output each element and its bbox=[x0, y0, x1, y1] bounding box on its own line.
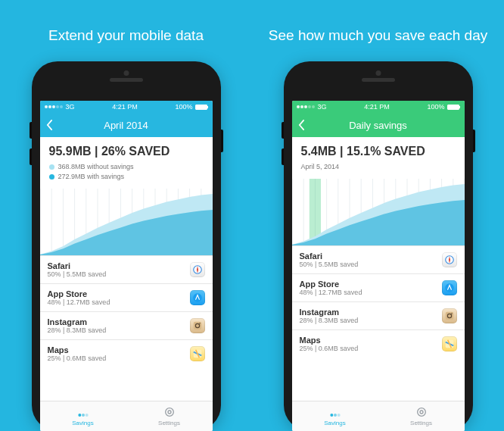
app-savings-sub: 28% | 8.3MB saved bbox=[300, 317, 359, 324]
instagram-icon bbox=[190, 318, 205, 333]
phone-power-button bbox=[221, 130, 223, 152]
appstore-icon bbox=[442, 280, 457, 295]
svg-point-26 bbox=[168, 411, 171, 414]
legend-without-label: 368.8MB without savings bbox=[58, 163, 134, 170]
tab-settings-label: Settings bbox=[158, 420, 180, 426]
legend-dot-icon bbox=[49, 164, 54, 170]
svg-point-24 bbox=[85, 414, 88, 417]
status-bar: 3G 4:21 PM 100% bbox=[40, 101, 213, 113]
app-name: Maps bbox=[300, 336, 359, 345]
app-row[interactable]: Safari50% | 5.5MB saved bbox=[292, 245, 465, 273]
app-name: Safari bbox=[48, 261, 107, 270]
panel-caption: Extend your mobile data bbox=[33, 18, 219, 54]
app-savings-sub: 48% | 12.7MB saved bbox=[300, 289, 362, 296]
svg-point-52 bbox=[337, 414, 340, 417]
phone-mockup: 3G 4:21 PM 100% Daily savings 5.4MB | 15… bbox=[284, 61, 473, 431]
app-savings-sub: 50% | 5.5MB saved bbox=[300, 261, 359, 268]
tab-savings-label: Savings bbox=[324, 420, 345, 426]
summary-headline: 95.9MB | 26% SAVED bbox=[49, 145, 204, 158]
svg-point-48 bbox=[451, 314, 453, 315]
app-list: Safari50% | 5.5MB savedApp Store48% | 12… bbox=[292, 245, 465, 358]
summary-headline: 5.4MB | 15.1% SAVED bbox=[301, 145, 456, 158]
phone-side-button bbox=[282, 122, 284, 139]
chevron-left-icon bbox=[298, 120, 305, 130]
clock-label: 4:21 PM bbox=[112, 103, 138, 111]
battery-icon bbox=[447, 105, 459, 110]
back-button[interactable] bbox=[46, 120, 53, 130]
status-bar: 3G 4:21 PM 100% bbox=[292, 101, 465, 113]
svg-point-54 bbox=[420, 411, 423, 414]
app-row[interactable]: Instagram28% | 8.3MB saved bbox=[40, 311, 213, 339]
svg-point-23 bbox=[82, 414, 85, 417]
svg-point-53 bbox=[417, 408, 425, 417]
tab-bar: Savings Settings bbox=[292, 401, 465, 431]
appstore-icon bbox=[190, 290, 205, 305]
chevron-left-icon bbox=[46, 120, 53, 130]
tab-settings[interactable]: Settings bbox=[378, 401, 465, 431]
app-savings-sub: 28% | 8.3MB saved bbox=[48, 326, 107, 334]
instagram-icon bbox=[442, 308, 457, 323]
tab-savings[interactable]: Savings bbox=[40, 401, 126, 431]
app-savings-sub: 48% | 12.7MB saved bbox=[48, 298, 110, 306]
app-row[interactable]: Maps25% | 0.6MB saved bbox=[292, 329, 465, 358]
gear-icon bbox=[415, 406, 428, 418]
tab-bar: Savings Settings bbox=[40, 401, 213, 431]
app-name: App Store bbox=[48, 289, 110, 298]
app-row[interactable]: Maps25% | 0.6MB saved bbox=[40, 339, 213, 367]
app-row[interactable]: Instagram28% | 8.3MB saved bbox=[292, 301, 465, 329]
phone-power-button bbox=[473, 130, 475, 152]
app-name: Maps bbox=[48, 345, 107, 354]
legend-dot-icon bbox=[49, 174, 54, 180]
summary-card: 5.4MB | 15.1% SAVED April 5, 2014 bbox=[292, 137, 465, 179]
legend-row: 272.9MB with savings bbox=[49, 173, 204, 180]
phone-side-button bbox=[282, 148, 284, 165]
signal-dots-icon bbox=[45, 105, 63, 108]
app-name: Instagram bbox=[48, 317, 107, 326]
app-name: App Store bbox=[300, 280, 362, 289]
svg-rect-46 bbox=[445, 312, 453, 320]
gear-icon bbox=[163, 406, 176, 418]
phone-screen: 3G 4:21 PM 100% Daily savings 5.4MB | 15… bbox=[292, 101, 465, 431]
battery-icon bbox=[195, 105, 207, 110]
tab-savings-label: Savings bbox=[72, 420, 93, 426]
nav-title: Daily savings bbox=[349, 120, 407, 131]
app-savings-sub: 50% | 5.5MB saved bbox=[48, 270, 107, 278]
tab-settings[interactable]: Settings bbox=[126, 401, 213, 431]
battery-pct: 100% bbox=[175, 103, 192, 111]
app-savings-sub: 25% | 0.6MB saved bbox=[300, 345, 359, 352]
promo-panel-right: See how much you save each day 3G 4:21 P… bbox=[252, 0, 504, 431]
tab-settings-label: Settings bbox=[410, 420, 432, 426]
phone-screen: 3G 4:21 PM 100% April 2014 95.9MB | 26% … bbox=[40, 101, 213, 431]
tab-savings[interactable]: Savings bbox=[292, 401, 378, 431]
maps-icon bbox=[442, 336, 457, 351]
svg-point-50 bbox=[330, 414, 333, 417]
app-list: Safari50% | 5.5MB savedApp Store48% | 12… bbox=[40, 255, 213, 367]
usage-chart bbox=[40, 189, 213, 255]
maps-icon bbox=[190, 346, 205, 361]
phone-side-button bbox=[30, 122, 32, 139]
legend-with-label: 272.9MB with savings bbox=[58, 173, 125, 180]
summary-date: April 5, 2014 bbox=[301, 163, 456, 170]
panel-caption: See how much you save each day bbox=[254, 18, 502, 54]
network-label: 3G bbox=[66, 103, 75, 111]
network-label: 3G bbox=[318, 103, 327, 111]
nav-header: April 2014 bbox=[40, 113, 213, 137]
svg-point-25 bbox=[165, 408, 173, 417]
svg-rect-18 bbox=[193, 322, 201, 330]
svg-point-51 bbox=[334, 414, 337, 417]
signal-dots-icon bbox=[297, 105, 315, 108]
svg-point-20 bbox=[199, 323, 201, 325]
promo-panel-left: Extend your mobile data 3G 4:21 PM 100% bbox=[0, 0, 252, 431]
savings-icon bbox=[77, 406, 89, 418]
phone-side-button bbox=[30, 148, 32, 165]
nav-title: April 2014 bbox=[104, 120, 148, 131]
safari-icon bbox=[190, 262, 205, 277]
app-name: Safari bbox=[300, 251, 359, 261]
app-row[interactable]: App Store48% | 12.7MB saved bbox=[40, 283, 213, 311]
savings-icon bbox=[329, 406, 341, 418]
safari-icon bbox=[442, 252, 457, 267]
usage-chart bbox=[292, 179, 465, 245]
app-row[interactable]: Safari50% | 5.5MB saved bbox=[40, 255, 213, 283]
app-row[interactable]: App Store48% | 12.7MB saved bbox=[292, 273, 465, 301]
back-button[interactable] bbox=[298, 120, 305, 130]
